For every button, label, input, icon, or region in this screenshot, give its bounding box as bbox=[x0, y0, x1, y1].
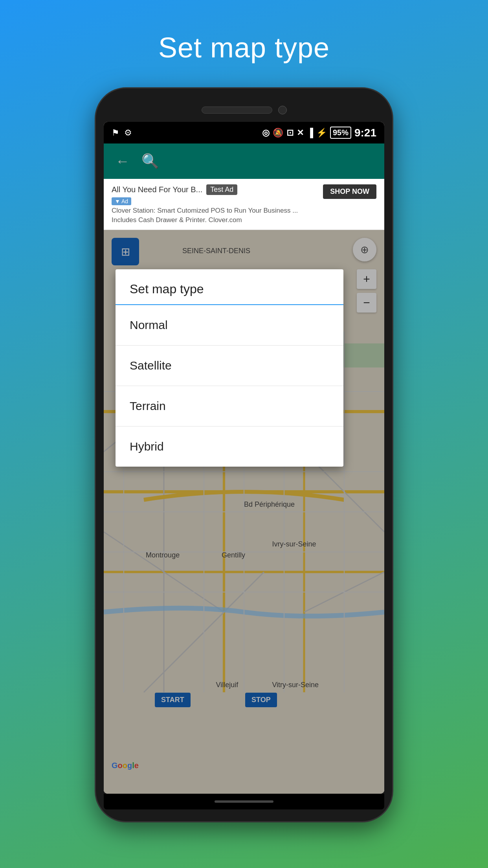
phone-camera bbox=[278, 106, 287, 114]
search-button[interactable]: 🔍 bbox=[141, 153, 159, 169]
ad-badge: Test Ad bbox=[206, 184, 237, 195]
map-type-terrain[interactable]: Terrain bbox=[116, 386, 343, 427]
mute-icon: 🔕 bbox=[273, 128, 283, 138]
phone-shell: ⚑ ⚙ ◎ 🔕 ⊡ ✕ ▐ ⚡ 95% 9:21 ← 🔍 All You Nee… bbox=[95, 87, 393, 822]
map-background: D63 A6B D223A ⊞ ⊕ + − START STOP bbox=[104, 230, 384, 794]
android-icon: ⚙ bbox=[124, 128, 132, 138]
ad-title: All You Need For Your B... bbox=[112, 185, 202, 194]
ad-detail: Includes Cash Drawer & Printer. Clover.c… bbox=[112, 216, 376, 224]
wifi-icon: ✕ bbox=[297, 128, 304, 138]
map-type-hybrid[interactable]: Hybrid bbox=[116, 427, 343, 467]
status-bar: ⚑ ⚙ ◎ 🔕 ⊡ ✕ ▐ ⚡ 95% 9:21 bbox=[104, 122, 384, 143]
nfc-icon: ⊡ bbox=[286, 128, 294, 138]
dialog-title: Set map type bbox=[116, 269, 343, 305]
ad-subtitle: Clover Station: Smart Cutomized POS to R… bbox=[112, 207, 376, 215]
shop-now-button[interactable]: SHOP NOW bbox=[323, 184, 376, 199]
status-icons-right: ◎ 🔕 ⊡ ✕ ▐ ⚡ 95% 9:21 bbox=[262, 127, 376, 139]
home-indicator bbox=[215, 800, 273, 803]
lightning-icon: ⚡ bbox=[316, 128, 327, 138]
signal-icon: ▐ bbox=[307, 128, 313, 138]
status-time: 9:21 bbox=[354, 127, 376, 139]
notification-icon: ⚑ bbox=[112, 128, 119, 138]
app-bar: ← 🔍 bbox=[104, 143, 384, 179]
map-type-dialog: Set map type Normal Satellite Terrain Hy… bbox=[116, 269, 343, 467]
location-icon: ◎ bbox=[262, 128, 270, 138]
map-type-satellite[interactable]: Satellite bbox=[116, 346, 343, 386]
page-title: Set map type bbox=[158, 31, 330, 64]
map-area[interactable]: D63 A6B D223A ⊞ ⊕ + − START STOP bbox=[104, 230, 384, 794]
phone-top bbox=[104, 100, 384, 120]
phone-bottom-bar bbox=[104, 794, 384, 809]
battery-badge: 95% bbox=[330, 127, 351, 139]
phone-screen: ⚑ ⚙ ◎ 🔕 ⊡ ✕ ▐ ⚡ 95% 9:21 ← 🔍 All You Nee… bbox=[104, 122, 384, 794]
back-button[interactable]: ← bbox=[116, 153, 130, 169]
ad-label: ▼ Ad bbox=[112, 197, 131, 205]
phone-speaker bbox=[202, 107, 272, 114]
dialog-overlay: Set map type Normal Satellite Terrain Hy… bbox=[104, 230, 384, 794]
status-icons-left: ⚑ ⚙ bbox=[112, 128, 132, 138]
ad-banner: All You Need For Your B... Test Ad SHOP … bbox=[104, 179, 384, 230]
map-type-normal[interactable]: Normal bbox=[116, 305, 343, 346]
